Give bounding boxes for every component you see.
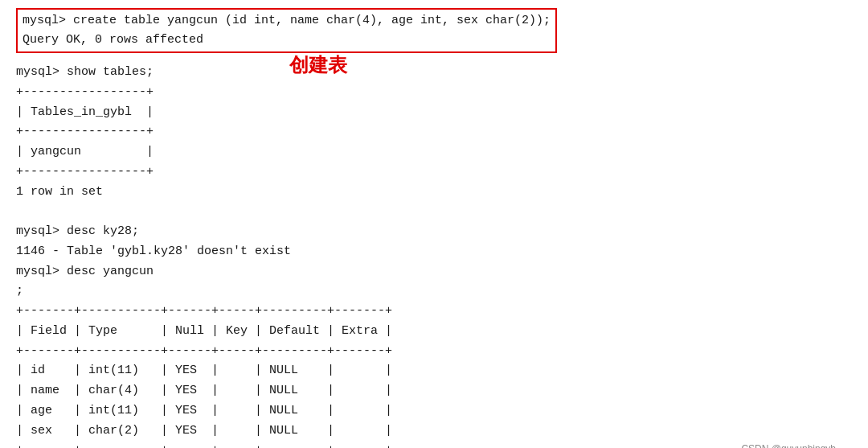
query-ok-line: Query OK, 0 rows affected <box>23 31 551 50</box>
terminal-content: mysql> create table yangcun (id int, nam… <box>16 8 852 448</box>
terminal-body: mysql> show tables; +-----------------+ … <box>16 63 852 448</box>
create-table-line: mysql> create table yangcun (id int, nam… <box>23 11 551 31</box>
watermark: CSDN @guyunbingyb <box>741 443 836 448</box>
highlighted-block: mysql> create table yangcun (id int, nam… <box>16 8 557 53</box>
section-label: 创建表 <box>289 52 347 78</box>
